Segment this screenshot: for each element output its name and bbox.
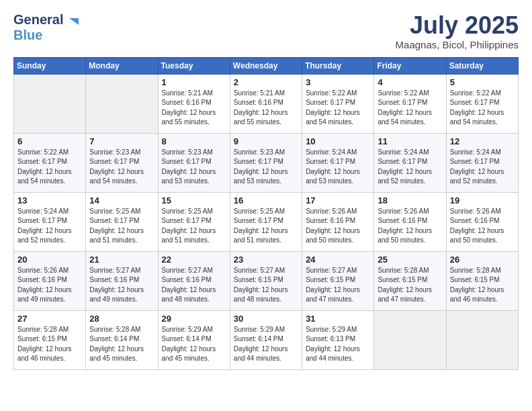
day-number: 28: [89, 314, 154, 324]
page-header: General Blue July 2025 Maagnas, Bicol, P…: [13, 12, 519, 50]
day-info: Sunrise: 5:27 AM Sunset: 6:15 PM Dayligh…: [306, 266, 371, 305]
calendar-cell: 29Sunrise: 5:29 AM Sunset: 6:14 PM Dayli…: [158, 310, 230, 369]
calendar-cell: 7Sunrise: 5:23 AM Sunset: 6:17 PM Daylig…: [86, 133, 158, 192]
calendar-cell: 12Sunrise: 5:24 AM Sunset: 6:17 PM Dayli…: [446, 133, 518, 192]
day-info: Sunrise: 5:22 AM Sunset: 6:17 PM Dayligh…: [450, 89, 515, 128]
calendar-cell: 30Sunrise: 5:29 AM Sunset: 6:14 PM Dayli…: [230, 310, 302, 369]
day-info: Sunrise: 5:25 AM Sunset: 6:17 PM Dayligh…: [162, 207, 227, 246]
calendar-cell: 18Sunrise: 5:26 AM Sunset: 6:16 PM Dayli…: [374, 192, 446, 251]
weekday-header-saturday: Saturday: [446, 57, 518, 74]
calendar-cell: [446, 310, 518, 369]
day-info: Sunrise: 5:22 AM Sunset: 6:17 PM Dayligh…: [378, 89, 443, 128]
calendar-cell: 8Sunrise: 5:23 AM Sunset: 6:17 PM Daylig…: [158, 133, 230, 192]
day-number: 11: [378, 136, 443, 146]
day-number: 13: [17, 195, 83, 205]
calendar-week-row: 27Sunrise: 5:28 AM Sunset: 6:15 PM Dayli…: [14, 310, 519, 369]
day-number: 12: [450, 136, 515, 146]
calendar-cell: 25Sunrise: 5:28 AM Sunset: 6:15 PM Dayli…: [374, 251, 446, 310]
day-number: 21: [89, 255, 154, 265]
day-number: 27: [17, 314, 83, 324]
day-number: 7: [89, 136, 154, 146]
day-number: 15: [162, 195, 227, 205]
weekday-header-monday: Monday: [86, 57, 158, 74]
calendar-cell: 17Sunrise: 5:26 AM Sunset: 6:16 PM Dayli…: [302, 192, 374, 251]
day-info: Sunrise: 5:22 AM Sunset: 6:17 PM Dayligh…: [306, 89, 371, 128]
calendar-cell: 9Sunrise: 5:23 AM Sunset: 6:17 PM Daylig…: [230, 133, 302, 192]
day-number: 1: [162, 77, 227, 87]
calendar-week-row: 20Sunrise: 5:26 AM Sunset: 6:16 PM Dayli…: [14, 251, 519, 310]
day-info: Sunrise: 5:23 AM Sunset: 6:17 PM Dayligh…: [234, 148, 299, 187]
day-info: Sunrise: 5:28 AM Sunset: 6:15 PM Dayligh…: [378, 266, 443, 305]
day-number: 24: [306, 255, 371, 265]
day-number: 18: [378, 195, 443, 205]
day-info: Sunrise: 5:27 AM Sunset: 6:16 PM Dayligh…: [162, 266, 227, 305]
day-info: Sunrise: 5:23 AM Sunset: 6:17 PM Dayligh…: [89, 148, 154, 187]
calendar-table: SundayMondayTuesdayWednesdayThursdayFrid…: [13, 57, 519, 370]
weekday-header-tuesday: Tuesday: [158, 57, 230, 74]
calendar-cell: 1Sunrise: 5:21 AM Sunset: 6:16 PM Daylig…: [158, 74, 230, 133]
calendar-cell: 2Sunrise: 5:21 AM Sunset: 6:16 PM Daylig…: [230, 74, 302, 133]
calendar-cell: 15Sunrise: 5:25 AM Sunset: 6:17 PM Dayli…: [158, 192, 230, 251]
calendar-cell: 28Sunrise: 5:28 AM Sunset: 6:14 PM Dayli…: [86, 310, 158, 369]
logo-chevron-icon: [68, 15, 80, 28]
calendar-cell: 19Sunrise: 5:26 AM Sunset: 6:16 PM Dayli…: [446, 192, 518, 251]
calendar-cell: [86, 74, 158, 133]
calendar-cell: 31Sunrise: 5:29 AM Sunset: 6:13 PM Dayli…: [302, 310, 374, 369]
calendar-week-row: 1Sunrise: 5:21 AM Sunset: 6:16 PM Daylig…: [14, 74, 519, 133]
day-number: 29: [162, 314, 227, 324]
month-title: July 2025: [396, 12, 519, 39]
svg-marker-0: [69, 18, 79, 25]
day-number: 25: [378, 255, 443, 265]
day-number: 8: [162, 136, 227, 146]
day-info: Sunrise: 5:29 AM Sunset: 6:13 PM Dayligh…: [306, 325, 371, 364]
day-info: Sunrise: 5:21 AM Sunset: 6:16 PM Dayligh…: [234, 89, 299, 128]
day-number: 10: [306, 136, 371, 146]
day-info: Sunrise: 5:25 AM Sunset: 6:17 PM Dayligh…: [89, 207, 154, 246]
day-number: 3: [306, 77, 371, 87]
calendar-cell: 5Sunrise: 5:22 AM Sunset: 6:17 PM Daylig…: [446, 74, 518, 133]
day-info: Sunrise: 5:29 AM Sunset: 6:14 PM Dayligh…: [234, 325, 299, 364]
day-number: 30: [234, 314, 299, 324]
calendar-cell: 13Sunrise: 5:24 AM Sunset: 6:17 PM Dayli…: [14, 192, 86, 251]
day-info: Sunrise: 5:26 AM Sunset: 6:16 PM Dayligh…: [378, 207, 443, 246]
calendar-cell: 20Sunrise: 5:26 AM Sunset: 6:16 PM Dayli…: [14, 251, 86, 310]
weekday-header-friday: Friday: [374, 57, 446, 74]
day-info: Sunrise: 5:26 AM Sunset: 6:16 PM Dayligh…: [17, 266, 83, 305]
day-info: Sunrise: 5:24 AM Sunset: 6:17 PM Dayligh…: [450, 148, 515, 187]
calendar-cell: 3Sunrise: 5:22 AM Sunset: 6:17 PM Daylig…: [302, 74, 374, 133]
day-number: 26: [450, 255, 515, 265]
calendar-cell: 27Sunrise: 5:28 AM Sunset: 6:15 PM Dayli…: [14, 310, 86, 369]
day-number: 17: [306, 195, 371, 205]
day-number: 2: [234, 77, 299, 87]
logo: General Blue: [13, 12, 80, 43]
day-number: 4: [378, 77, 443, 87]
calendar-cell: 22Sunrise: 5:27 AM Sunset: 6:16 PM Dayli…: [158, 251, 230, 310]
day-info: Sunrise: 5:29 AM Sunset: 6:14 PM Dayligh…: [162, 325, 227, 364]
calendar-cell: 4Sunrise: 5:22 AM Sunset: 6:17 PM Daylig…: [374, 74, 446, 133]
calendar-cell: 21Sunrise: 5:27 AM Sunset: 6:16 PM Dayli…: [86, 251, 158, 310]
calendar-cell: [14, 74, 86, 133]
day-number: 20: [17, 255, 83, 265]
day-number: 19: [450, 195, 515, 205]
title-block: July 2025 Maagnas, Bicol, Philippines: [396, 12, 519, 50]
day-info: Sunrise: 5:27 AM Sunset: 6:16 PM Dayligh…: [89, 266, 154, 305]
day-info: Sunrise: 5:23 AM Sunset: 6:17 PM Dayligh…: [162, 148, 227, 187]
calendar-cell: [374, 310, 446, 369]
day-info: Sunrise: 5:28 AM Sunset: 6:14 PM Dayligh…: [89, 325, 154, 364]
day-info: Sunrise: 5:26 AM Sunset: 6:16 PM Dayligh…: [306, 207, 371, 246]
weekday-header-sunday: Sunday: [14, 57, 86, 74]
day-info: Sunrise: 5:22 AM Sunset: 6:17 PM Dayligh…: [17, 148, 83, 187]
weekday-header-thursday: Thursday: [302, 57, 374, 74]
day-info: Sunrise: 5:26 AM Sunset: 6:16 PM Dayligh…: [450, 207, 515, 246]
calendar-cell: 24Sunrise: 5:27 AM Sunset: 6:15 PM Dayli…: [302, 251, 374, 310]
day-number: 23: [234, 255, 299, 265]
location-title: Maagnas, Bicol, Philippines: [396, 39, 519, 50]
day-number: 22: [162, 255, 227, 265]
day-info: Sunrise: 5:28 AM Sunset: 6:15 PM Dayligh…: [17, 325, 83, 364]
day-info: Sunrise: 5:27 AM Sunset: 6:15 PM Dayligh…: [234, 266, 299, 305]
day-number: 16: [234, 195, 299, 205]
day-number: 14: [89, 195, 154, 205]
day-number: 9: [234, 136, 299, 146]
calendar-cell: 14Sunrise: 5:25 AM Sunset: 6:17 PM Dayli…: [86, 192, 158, 251]
calendar-week-row: 6Sunrise: 5:22 AM Sunset: 6:17 PM Daylig…: [14, 133, 519, 192]
